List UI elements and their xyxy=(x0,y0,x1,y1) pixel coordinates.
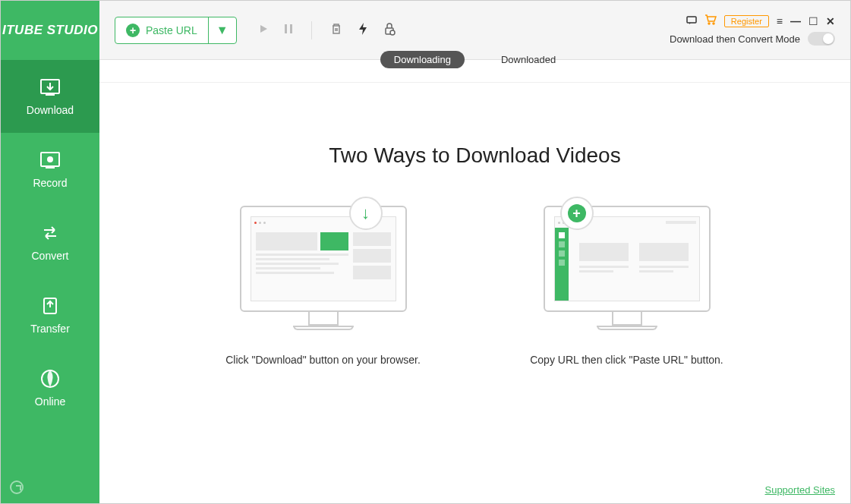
minimize-icon[interactable]: — xyxy=(790,15,801,27)
svg-rect-7 xyxy=(285,24,287,33)
record-icon xyxy=(38,150,62,171)
close-icon[interactable]: ✕ xyxy=(826,15,835,27)
plus-icon: + xyxy=(126,24,140,37)
main: + Paste URL ▼ Register ≡ — xyxy=(99,1,850,503)
content: Two Ways to Download Videos ↓ xyxy=(99,83,850,503)
sidebar-item-record[interactable]: Record xyxy=(1,133,99,206)
svg-point-10 xyxy=(390,30,395,35)
register-button[interactable]: Register xyxy=(724,15,769,27)
separator xyxy=(311,21,312,39)
paste-url-label: Paste URL xyxy=(146,24,197,36)
online-icon xyxy=(38,368,62,389)
sidebar-item-convert[interactable]: Convert xyxy=(1,206,99,279)
feedback-icon[interactable] xyxy=(686,15,697,27)
sidebar-item-label: Convert xyxy=(31,250,68,262)
sidebar-item-label: Download xyxy=(27,104,74,116)
lock-icon[interactable] xyxy=(383,22,396,39)
sidebar-item-label: Transfer xyxy=(30,323,70,335)
way1-description: Click "Download" button on your browser. xyxy=(225,353,421,368)
cart-icon[interactable] xyxy=(704,14,717,27)
sidebar-history[interactable] xyxy=(1,471,99,503)
app-logo: ITUBE STUDIO xyxy=(1,1,99,60)
tabs: Downloading Downloaded xyxy=(99,60,850,83)
way2-description: Copy URL then click "Paste URL" button. xyxy=(530,353,723,368)
transfer-icon xyxy=(38,295,62,317)
topbar: + Paste URL ▼ Register ≡ — xyxy=(99,1,850,60)
paste-url-button[interactable]: + Paste URL ▼ xyxy=(115,17,237,44)
mode-label: Download then Convert Mode xyxy=(670,33,800,45)
plus-badge-icon: + xyxy=(560,197,594,230)
sidebar-item-label: Online xyxy=(35,395,65,408)
play-icon[interactable] xyxy=(258,24,269,37)
download-icon xyxy=(38,77,62,98)
tab-downloading[interactable]: Downloading xyxy=(380,51,465,68)
svg-point-13 xyxy=(713,23,714,24)
sidebar-item-label: Record xyxy=(33,177,67,189)
way-paste-url: + xyxy=(521,206,733,368)
mode-toggle[interactable] xyxy=(808,32,835,46)
svg-rect-11 xyxy=(687,17,696,23)
content-title: Two Ways to Download Videos xyxy=(329,143,620,168)
trash-icon[interactable] xyxy=(330,23,342,38)
sidebar: ITUBE STUDIO Download Record Convert Tra… xyxy=(1,1,99,503)
sidebar-item-online[interactable]: Online xyxy=(1,351,99,424)
svg-point-3 xyxy=(48,157,52,162)
sidebar-item-download[interactable]: Download xyxy=(1,60,99,133)
clock-icon xyxy=(10,480,24,494)
tab-downloaded[interactable]: Downloaded xyxy=(487,51,569,68)
menu-icon[interactable]: ≡ xyxy=(777,15,783,27)
svg-point-12 xyxy=(708,23,710,24)
pause-icon[interactable] xyxy=(284,24,293,37)
way-browser: ↓ xyxy=(217,206,430,368)
flash-icon[interactable] xyxy=(358,22,368,39)
download-badge-icon: ↓ xyxy=(349,197,383,230)
maximize-icon[interactable]: ☐ xyxy=(808,15,818,27)
svg-rect-8 xyxy=(290,24,292,33)
paste-url-dropdown[interactable]: ▼ xyxy=(209,17,236,43)
convert-icon xyxy=(38,222,62,244)
supported-sites-link[interactable]: Supported Sites xyxy=(764,484,835,496)
sidebar-item-transfer[interactable]: Transfer xyxy=(1,279,99,351)
